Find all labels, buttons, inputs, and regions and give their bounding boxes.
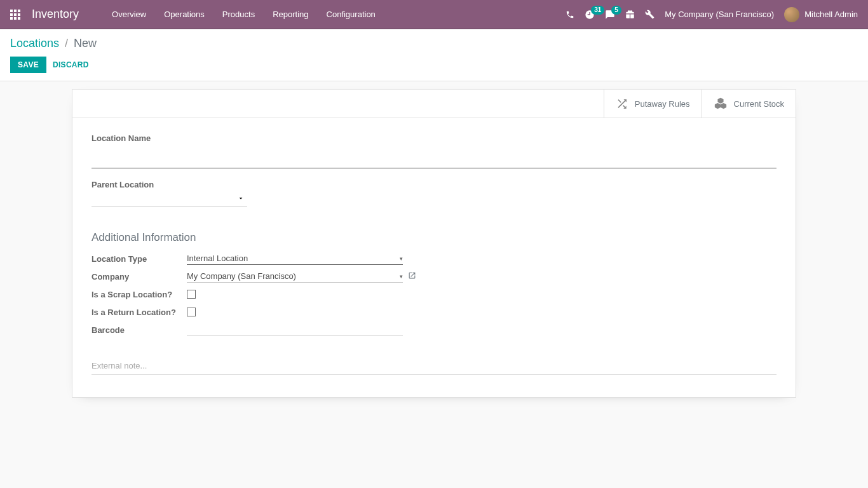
menu-operations[interactable]: Operations xyxy=(156,6,212,23)
menu-overview[interactable]: Overview xyxy=(104,6,154,23)
navbar-right: 31 5 My Company (San Francisco) Mitchell… xyxy=(566,7,858,22)
menu-reporting[interactable]: Reporting xyxy=(265,6,316,23)
app-title[interactable]: Inventory xyxy=(32,8,79,21)
svg-rect-7 xyxy=(14,17,17,20)
location-type-value: Internal Location xyxy=(187,254,248,263)
company-label: Company xyxy=(92,272,187,281)
current-stock-label: Current Stock xyxy=(734,99,784,109)
company-row: Company My Company (San Francisco) ▾ xyxy=(92,268,434,285)
barcode-row: Barcode xyxy=(92,322,434,338)
activities-icon[interactable]: 31 xyxy=(585,10,595,20)
shuffle-icon xyxy=(616,97,628,110)
svg-rect-5 xyxy=(18,13,20,16)
main-menu: Overview Operations Products Reporting C… xyxy=(104,6,383,23)
top-navbar: Inventory Overview Operations Products R… xyxy=(0,0,868,29)
svg-rect-2 xyxy=(18,10,20,12)
svg-rect-1 xyxy=(14,10,17,12)
svg-rect-8 xyxy=(18,17,20,20)
form-container: Putaway Rules Current Stock Location Nam… xyxy=(0,81,868,398)
scrap-location-label: Is a Scrap Location? xyxy=(92,290,187,299)
current-stock-button[interactable]: Current Stock xyxy=(702,90,796,118)
discard-button[interactable]: DISCARD xyxy=(53,60,89,69)
messages-badge: 5 xyxy=(611,6,621,15)
company-switcher[interactable]: My Company (San Francisco) xyxy=(665,10,774,19)
company-value: My Company (San Francisco) xyxy=(187,271,296,281)
svg-rect-4 xyxy=(14,13,17,16)
parent-location-label: Parent Location xyxy=(92,180,776,189)
svg-rect-0 xyxy=(10,10,13,12)
caret-down-icon: ▾ xyxy=(400,273,403,280)
company-select[interactable]: My Company (San Francisco) ▾ xyxy=(187,270,403,283)
svg-rect-3 xyxy=(10,13,13,16)
return-location-label: Is a Return Location? xyxy=(92,308,187,317)
svg-rect-6 xyxy=(10,17,13,20)
menu-configuration[interactable]: Configuration xyxy=(319,6,383,23)
breadcrumb: Locations / New xyxy=(10,37,858,50)
barcode-input[interactable] xyxy=(187,323,403,336)
action-buttons: SAVE DISCARD xyxy=(10,57,858,73)
breadcrumb-active: New xyxy=(74,37,97,50)
section-title: Additional Information xyxy=(92,231,776,244)
boxes-icon xyxy=(714,97,728,111)
external-note-input[interactable] xyxy=(92,357,776,375)
external-link-icon[interactable] xyxy=(408,271,416,281)
sheet-body: Location Name Parent Location Additional… xyxy=(72,118,796,397)
return-location-checkbox[interactable] xyxy=(187,308,196,316)
form-sheet: Putaway Rules Current Stock Location Nam… xyxy=(72,89,796,398)
control-panel: Locations / New SAVE DISCARD xyxy=(0,29,868,81)
putaway-rules-button[interactable]: Putaway Rules xyxy=(604,90,702,118)
location-name-label: Location Name xyxy=(92,133,776,143)
putaway-rules-label: Putaway Rules xyxy=(635,99,690,109)
barcode-label: Barcode xyxy=(92,325,187,335)
gift-icon[interactable] xyxy=(625,10,635,19)
activities-badge: 31 xyxy=(591,6,604,15)
save-button[interactable]: SAVE xyxy=(10,57,46,73)
breadcrumb-sep: / xyxy=(65,37,68,50)
location-type-select[interactable]: Internal Location ▾ xyxy=(187,252,403,265)
menu-products[interactable]: Products xyxy=(215,6,262,23)
caret-down-icon xyxy=(237,194,245,204)
user-menu[interactable]: Mitchell Admin xyxy=(784,7,858,22)
location-type-label: Location Type xyxy=(92,254,187,264)
form-group: Location Type Internal Location ▾ Compan… xyxy=(92,250,434,339)
location-type-row: Location Type Internal Location ▾ xyxy=(92,250,434,267)
scrap-row: Is a Scrap Location? xyxy=(92,286,434,302)
tools-icon[interactable] xyxy=(645,10,654,19)
phone-icon[interactable] xyxy=(566,10,574,19)
parent-location-field[interactable] xyxy=(92,193,247,207)
caret-down-icon: ▾ xyxy=(400,255,403,262)
messages-icon[interactable]: 5 xyxy=(605,10,615,20)
username: Mitchell Admin xyxy=(804,10,858,19)
scrap-location-checkbox[interactable] xyxy=(187,290,196,299)
stat-button-box: Putaway Rules Current Stock xyxy=(72,90,796,118)
return-row: Is a Return Location? xyxy=(92,304,434,320)
apps-icon[interactable] xyxy=(10,10,20,20)
breadcrumb-parent[interactable]: Locations xyxy=(10,37,59,50)
location-name-input[interactable] xyxy=(92,148,776,168)
avatar-icon xyxy=(784,7,799,22)
